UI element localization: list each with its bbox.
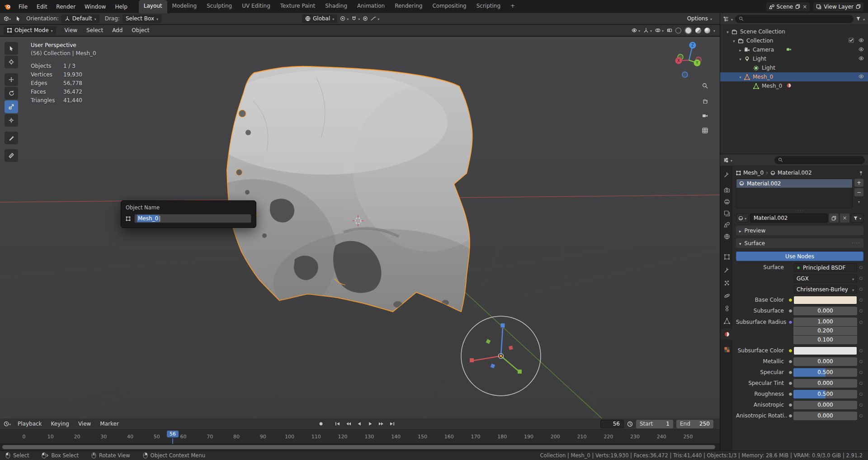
surface-panel-header[interactable]: Surface — [736, 238, 863, 248]
properties-tab-world[interactable] — [721, 231, 732, 242]
pin-icon[interactable] — [859, 171, 863, 175]
viewport-menu-object[interactable]: Object — [127, 26, 153, 35]
hand-button[interactable] — [700, 96, 709, 105]
vector-field-2[interactable]: 0.100 — [793, 336, 857, 344]
disclosure-down-icon[interactable] — [737, 56, 743, 62]
move-tool-button[interactable] — [5, 73, 18, 86]
new-material-button[interactable] — [829, 213, 839, 223]
workspace-tab-texture-paint[interactable]: Texture Paint — [275, 0, 320, 13]
editor-type-icon[interactable] — [4, 16, 9, 21]
workspace-tab-modeling[interactable]: Modeling — [167, 0, 202, 13]
shading-wireframe-button[interactable] — [675, 28, 681, 33]
transform-orientation-dropdown[interactable]: Global — [302, 14, 337, 23]
properties-tab-modifiers[interactable] — [721, 265, 732, 276]
timeline-menu-marker[interactable]: Marker — [96, 419, 123, 428]
measure-tool-button[interactable] — [5, 149, 18, 162]
disclosure-down-icon[interactable] — [731, 38, 737, 44]
properties-search-input[interactable] — [774, 156, 865, 164]
outliner-row-light-4[interactable]: Light — [720, 63, 868, 72]
orientation-dropdown[interactable]: Default — [61, 14, 99, 23]
start-frame-field[interactable]: Start 1 — [636, 420, 673, 428]
properties-tab-material[interactable] — [721, 329, 732, 340]
object-name-input[interactable]: Mesh_0 — [134, 214, 251, 223]
select-box-tool-button[interactable] — [5, 42, 18, 55]
unlink-material-button[interactable] — [840, 213, 849, 223]
breadcrumb-material[interactable]: Material.002 — [778, 170, 811, 176]
unlink-scene-icon[interactable] — [802, 4, 807, 10]
view-layer-selector[interactable]: View Layer — [813, 2, 863, 11]
prop-field-anisotropic[interactable]: 0.000 — [793, 401, 857, 409]
shading-material-button[interactable] — [695, 28, 701, 33]
current-frame-field[interactable]: 56 — [600, 420, 624, 428]
prop-field-anisotropic-rotati[interactable]: 0.000 — [793, 412, 857, 420]
snap-dropdown[interactable] — [351, 15, 360, 22]
workspace-tab-compositing[interactable]: Compositing — [427, 0, 471, 13]
decorator-icon[interactable] — [857, 296, 865, 304]
viewport-canvas[interactable] — [0, 37, 720, 418]
shading-rendered-button[interactable] — [704, 28, 710, 33]
timeline-editor-icon[interactable] — [4, 421, 9, 427]
object-visibility-dropdown[interactable] — [632, 27, 640, 33]
viewport-3d[interactable]: User Perspective (56) Collection | Mesh_… — [0, 37, 720, 418]
prop-field-ggx[interactable]: GGX — [793, 274, 857, 283]
play-reverse-button[interactable] — [354, 419, 364, 428]
axis-neg-z-icon[interactable] — [682, 72, 688, 77]
jump-end-button[interactable] — [387, 419, 397, 428]
annotate-tool-button[interactable] — [5, 132, 18, 144]
workspace-tab-rendering[interactable]: Rendering — [390, 0, 427, 13]
material-slot-list[interactable]: Material.002 — [736, 179, 853, 209]
scale-tool-button[interactable] — [5, 100, 18, 113]
prev-keyframe-button[interactable] — [344, 419, 354, 428]
menu-render[interactable]: Render — [52, 2, 80, 11]
editor-type-caret-icon[interactable] — [9, 15, 11, 22]
properties-tab-output[interactable] — [721, 196, 732, 207]
slot-specials-button[interactable] — [854, 198, 863, 206]
material-slot-item[interactable]: Material.002 — [736, 179, 852, 188]
workspace-tab-uv-editing[interactable]: UV Editing — [237, 0, 275, 13]
timeline-ruler[interactable]: 0102030405060708090100110120130140150160… — [0, 430, 720, 444]
decorator-icon[interactable] — [857, 368, 865, 377]
transform-tool-button[interactable] — [5, 114, 18, 127]
decorator-icon[interactable] — [857, 412, 865, 420]
shading-solid-button[interactable] — [684, 27, 692, 34]
remove-material-slot-button[interactable] — [854, 188, 863, 196]
outliner-row-camera-2[interactable]: Camera — [720, 45, 868, 54]
disclosure-down-icon[interactable] — [737, 74, 743, 80]
properties-tab-object-data[interactable] — [721, 316, 732, 327]
vector-field-0[interactable]: 1.000 — [793, 318, 857, 326]
properties-tab-render[interactable] — [721, 185, 732, 195]
decorator-icon[interactable] — [857, 307, 865, 315]
record-button[interactable] — [316, 419, 326, 428]
chevron-down-icon[interactable] — [863, 16, 865, 22]
mode-dropdown[interactable]: Object Mode — [4, 26, 56, 35]
viewport-menu-view[interactable]: View — [61, 26, 81, 35]
workspace-tab-animation[interactable]: Animation — [352, 0, 390, 13]
camera-view-button[interactable] — [700, 111, 709, 120]
timeline-menu-view[interactable]: View — [74, 419, 95, 428]
menu-edit[interactable]: Edit — [33, 2, 51, 11]
viewport-menu-add[interactable]: Add — [108, 26, 127, 35]
add-material-slot-button[interactable] — [854, 179, 863, 187]
workspace-tab-shading[interactable]: Shading — [320, 0, 352, 13]
decorator-icon[interactable] — [857, 285, 865, 294]
menu-window[interactable]: Window — [80, 2, 110, 11]
prop-field-christensen-burley[interactable]: Christensen-Burley — [793, 285, 857, 294]
prop-field-subsurface[interactable]: 0.000 — [793, 307, 857, 315]
outliner-row-mesh-0-6[interactable]: Mesh_0 — [720, 81, 868, 90]
list-resize-grip[interactable] — [736, 209, 863, 213]
end-frame-field[interactable]: End 250 — [676, 420, 713, 428]
zoom-button[interactable] — [700, 81, 709, 90]
outliner-row-scene-collection-0[interactable]: Scene Collection — [720, 27, 868, 36]
decorator-icon[interactable] — [857, 346, 865, 355]
menu-file[interactable]: File — [14, 2, 32, 11]
disclosure-right-icon[interactable] — [737, 47, 743, 53]
scale-gizmo[interactable] — [461, 316, 541, 396]
browse-material-button[interactable] — [736, 213, 749, 223]
preview-range-clock-icon[interactable] — [627, 421, 633, 427]
scene-selector[interactable]: Scene — [766, 2, 810, 11]
chevron-down-icon[interactable] — [731, 157, 732, 163]
decorator-icon[interactable] — [857, 379, 865, 388]
workspace-tab-sculpting[interactable]: Sculpting — [202, 0, 237, 13]
jump-start-button[interactable] — [333, 419, 343, 428]
xray-toggle[interactable] — [667, 28, 672, 33]
